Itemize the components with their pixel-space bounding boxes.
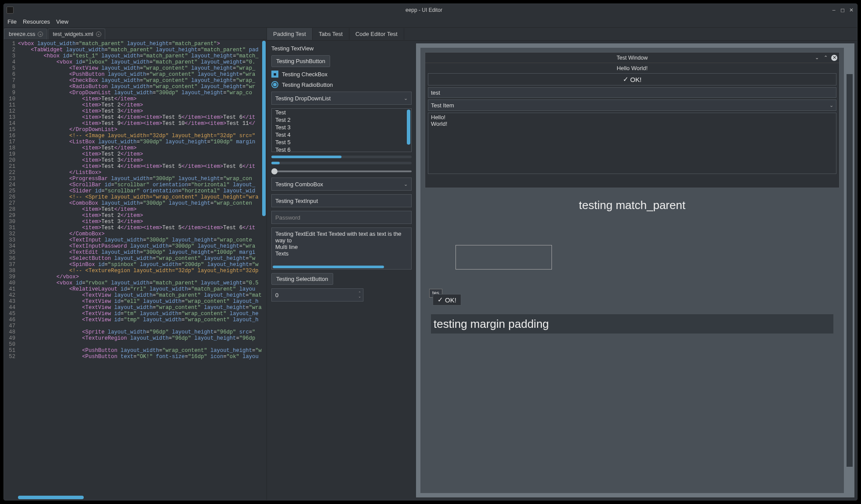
line-gutter: 1234567891011121314151617181920212223242… [4, 40, 18, 362]
textinput[interactable]: Testing TextInput [271, 194, 412, 207]
tab-tabs-test[interactable]: Tabs Test [313, 28, 349, 40]
combobox-label: Testing ComboBox [275, 181, 323, 188]
match-parent-label: testing match_parent [431, 199, 628, 212]
radio-label: Testing RadioButton [282, 82, 333, 88]
spin-arrows[interactable]: ⌃⌄ [358, 291, 361, 298]
chevron-down-icon: ⌄ [404, 96, 408, 101]
titlebar: eepp - UI Editor – ◻ ✕ [4, 4, 628, 16]
password-input[interactable]: Password [271, 211, 412, 224]
chevron-down-icon: ⌄ [404, 181, 408, 187]
textedit[interactable]: Testing TextEdit Text Texted with text a… [271, 227, 412, 270]
empty-box [455, 245, 552, 270]
test-window: Test Window ⌄ ⌃ ✕ Hello World! ✓ [425, 52, 628, 188]
editor-tab-breeze[interactable]: breeze.css × [4, 28, 47, 39]
test-combo-label: Test Item [431, 102, 454, 109]
menu-file[interactable]: File [7, 18, 17, 25]
combobox[interactable]: Testing ComboBox ⌄ [271, 177, 412, 191]
relative-layout-preview: Test Window ⌄ ⌃ ✕ Hello World! ✓ [416, 41, 628, 362]
check-icon: ✓ [438, 296, 443, 304]
menubar: File Resources View [4, 16, 628, 28]
margin-padding-label: testing margin padding [431, 314, 628, 334]
preview-pane: Padding Test Tabs Test Code Editor Test … [267, 28, 628, 362]
test-list[interactable]: Hello!World! [428, 113, 628, 174]
ok-button[interactable]: ✓OK! [428, 73, 628, 85]
checkbox-label: Testing CheckBox [282, 71, 327, 78]
pushbutton[interactable]: Testing PushButton [271, 55, 330, 67]
checkbox-icon: ■ [271, 71, 278, 78]
checkbox[interactable]: ■ Testing CheckBox [271, 71, 412, 78]
close-icon[interactable]: × [96, 32, 101, 37]
code-content[interactable]: <vbox layout_width="match_parent" layout… [18, 40, 267, 362]
code-editor[interactable]: 1234567891011121314151617181920212223242… [4, 40, 267, 362]
selectbutton[interactable]: Testing SelectButton [271, 273, 333, 285]
editor-tabs: breeze.css × test_widgets.xml × [4, 28, 267, 40]
listbox[interactable]: TestTest 2Test 3Test 4Test 5Test 6 [271, 108, 412, 152]
menu-view[interactable]: View [56, 18, 68, 25]
scrollbar-horizontal[interactable] [271, 162, 412, 164]
textview-label: Testing TextView [271, 45, 412, 52]
spinbox[interactable]: 0 ⌃⌄ [271, 288, 363, 302]
dropdownlist[interactable]: Testing DropDownList ⌄ [271, 92, 412, 105]
editor-tab-testwidgets[interactable]: test_widgets.xml × [48, 28, 105, 39]
spin-value: 0 [275, 292, 278, 298]
app-icon [7, 7, 14, 14]
editor-tab-label: test_widgets.xml [53, 31, 93, 37]
radio-icon [271, 81, 278, 88]
dropdown-label: Testing DropDownList [275, 95, 331, 102]
horizontal-scrollbar[interactable] [273, 266, 384, 268]
tab-code-editor-test[interactable]: Code Editor Test [349, 28, 404, 40]
outer-container: Test Window ⌄ ⌃ ✕ Hello World! ✓ [416, 43, 628, 362]
test-input[interactable]: test [428, 87, 628, 98]
slider[interactable] [271, 168, 412, 174]
editor-tab-label: breeze.css [9, 31, 35, 37]
form-column: Testing TextView Testing PushButton ■ Te… [267, 41, 416, 362]
test-window-titlebar: Test Window ⌄ ⌃ ✕ [425, 53, 628, 63]
textedit-content: Testing TextEdit Text Texted with text a… [275, 231, 408, 257]
test-window-title: Test Window [617, 55, 628, 61]
tab-padding-test[interactable]: Padding Test [267, 28, 313, 40]
editor-pane: breeze.css × test_widgets.xml × 12345678… [4, 28, 267, 362]
radiobutton[interactable]: Testing RadioButton [271, 81, 412, 88]
mid-container: Test Window ⌄ ⌃ ✕ Hello World! ✓ [420, 48, 628, 362]
ok-button-2[interactable]: ✓OK! [433, 294, 461, 305]
chevron-down-icon[interactable]: ⌄ [358, 295, 361, 298]
vertical-scrollbar[interactable] [407, 110, 410, 145]
test-combo[interactable]: Test Item ⌄ [428, 99, 628, 111]
check-icon: ✓ [623, 75, 628, 83]
preview-tabs: Padding Test Tabs Test Code Editor Test [267, 28, 628, 41]
menu-resources[interactable]: Resources [23, 18, 50, 25]
app-window: eepp - UI Editor – ◻ ✕ File Resources Vi… [4, 4, 628, 362]
hello-label: Hello World! [428, 65, 628, 71]
window-title: eepp - UI Editor [17, 7, 628, 13]
close-icon[interactable]: × [38, 32, 43, 37]
vertical-scrollbar[interactable] [262, 41, 266, 216]
progressbar [271, 156, 412, 158]
